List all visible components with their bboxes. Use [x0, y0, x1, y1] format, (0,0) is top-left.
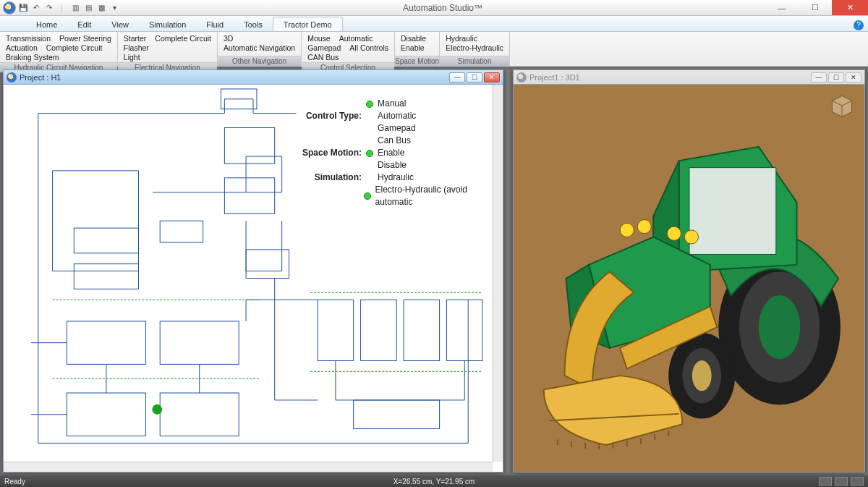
overlay-option-text[interactable]: Disable — [378, 159, 407, 171]
schematic-window-titlebar[interactable]: Project : H1 — ☐ ✕ — [4, 70, 503, 85]
workspace: Project : H1 — ☐ ✕ — [0, 67, 868, 475]
ribbon-item-flasher[interactable]: Flasher — [124, 43, 149, 52]
3d-window-titlebar[interactable]: Project1 : 3D1 — ☐ ✕ — [514, 70, 864, 85]
ribbon-item-transmission[interactable]: Transmission — [6, 34, 51, 43]
schematic-window-title: Project : H1 — [20, 73, 61, 82]
overlay-option-row: Space Motion:Enable — [293, 147, 503, 159]
ribbon-group-label: Simulation — [440, 56, 509, 66]
status-dot-active-icon[interactable] — [366, 150, 373, 157]
ribbon-tab-edit[interactable]: Edit — [67, 17, 101, 31]
ribbon-tab-view[interactable]: View — [101, 17, 139, 31]
svg-rect-11 — [318, 300, 354, 360]
ribbon-item-electro-hydraulic[interactable]: Electro-Hydraulic — [446, 43, 503, 52]
svg-rect-8 — [160, 321, 239, 364]
window-minimize-button[interactable]: — — [765, 0, 799, 15]
ribbon-item-hydraulic[interactable]: Hydraulic — [446, 34, 477, 43]
ribbon-tab-home[interactable]: Home — [26, 17, 67, 31]
ribbon-item-braking-system[interactable]: Braking System — [6, 53, 59, 62]
qat-dropdown-icon[interactable]: ▾ — [109, 2, 120, 14]
overlay-label: Control Type: — [293, 110, 362, 122]
overlay-option-text[interactable]: Enable — [378, 147, 404, 159]
overlay-option-text[interactable]: Hydraulic — [378, 171, 414, 184]
status-dot-empty[interactable] — [366, 137, 373, 145]
ribbon-item-all-controls[interactable]: All Controls — [349, 43, 388, 52]
mdi-close-button[interactable]: ✕ — [484, 72, 500, 82]
ribbon-item-gamepad[interactable]: Gamepad — [307, 43, 341, 52]
document-icon — [7, 72, 17, 82]
overlay-option-text[interactable]: Manual — [378, 98, 406, 110]
vertical-splitter[interactable] — [506, 69, 510, 473]
ribbon-item-starter[interactable]: Starter — [124, 34, 147, 43]
ribbon-tab-fluid[interactable]: Fluid — [196, 17, 234, 31]
statusbar-btn-2[interactable] — [835, 477, 848, 486]
status-dot-active-icon[interactable] — [364, 192, 371, 200]
statusbar-btn-1[interactable] — [819, 477, 832, 486]
control-overlay-panel: ManualControl Type:AutomaticGamepadCan B… — [293, 98, 503, 208]
statusbar-btn-3[interactable] — [851, 477, 864, 486]
ribbon-item-disable[interactable]: Disable — [401, 34, 426, 43]
mdi-close-button[interactable]: ✕ — [846, 72, 861, 82]
svg-point-23 — [667, 226, 681, 240]
qat-save-icon[interactable]: 💾 — [17, 2, 29, 14]
status-dot-empty[interactable] — [366, 162, 373, 169]
ribbon-item-enable[interactable]: Enable — [401, 43, 425, 52]
status-dot-active-icon[interactable] — [366, 101, 373, 108]
mdi-maximize-button[interactable]: ☐ — [467, 72, 482, 82]
svg-point-22 — [637, 219, 651, 233]
ribbon-group-control-selection: MouseAutomaticGamepadAll ControlsCAN Bus… — [302, 32, 395, 66]
overlay-option-row: Disable — [293, 159, 503, 171]
help-icon[interactable]: ? — [854, 20, 864, 30]
window-maximize-button[interactable]: ☐ — [799, 0, 832, 15]
status-dot-empty[interactable] — [366, 113, 373, 120]
qat-btn-3[interactable]: ▩ — [95, 2, 107, 14]
ribbon-item-automatic[interactable]: Automatic — [339, 34, 373, 43]
status-dot-empty[interactable] — [366, 125, 373, 132]
overlay-option-text[interactable]: Gamepad — [378, 122, 416, 135]
schematic-canvas[interactable]: ManualControl Type:AutomaticGamepadCan B… — [4, 85, 503, 472]
svg-rect-2 — [74, 264, 138, 289]
qat-undo-icon[interactable]: ↶ — [30, 2, 42, 14]
ribbon-group-label: Space Motion — [395, 56, 439, 66]
ribbon-item-complete-circuit[interactable]: Complete Circuit — [46, 43, 103, 52]
overlay-option-text[interactable]: Electro-Hydraulic (avoid automatic — [375, 184, 503, 208]
quick-access-toolbar: 💾 ↶ ↷ │ ▥ ▤ ▩ ▾ — [0, 1, 120, 14]
svg-rect-13 — [404, 300, 440, 360]
ribbon: TransmissionPower SteeringActuationCompl… — [0, 32, 868, 67]
mdi-minimize-button[interactable]: — — [449, 72, 465, 82]
ribbon-item-light[interactable]: Light — [124, 53, 140, 62]
qat-btn-2[interactable]: ▤ — [82, 2, 94, 14]
3d-viewport[interactable] — [514, 85, 864, 472]
schematic-vertical-scrollbar[interactable] — [493, 85, 503, 462]
ribbon-tab-simulation[interactable]: Simulation — [139, 17, 196, 31]
qat-btn-1[interactable]: ▥ — [69, 2, 81, 14]
ribbon-item-mouse[interactable]: Mouse — [307, 34, 331, 43]
document-icon — [516, 72, 527, 82]
ribbon-group-other-navigation: 3DAutomatic NavigationOther Navigation — [218, 32, 302, 66]
ribbon-item-power-steering[interactable]: Power Steering — [59, 34, 111, 43]
mdi-minimize-button[interactable]: — — [811, 72, 827, 82]
mdi-maximize-button[interactable]: ☐ — [828, 72, 844, 82]
3d-window: Project1 : 3D1 — ☐ ✕ — [513, 69, 865, 473]
ribbon-tab-tractor-demo[interactable]: Tractor Demo — [273, 17, 343, 31]
qat-sep: │ — [56, 2, 68, 14]
viewcube-icon[interactable] — [830, 93, 854, 118]
status-bar: Ready X=26.55 cm, Y=21.95 cm — [0, 475, 868, 487]
ribbon-item-complete-circuit[interactable]: Complete Circuit — [155, 34, 211, 43]
ribbon-group-space-motion: DisableEnableSpace Motion — [395, 32, 440, 66]
svg-rect-9 — [67, 393, 145, 436]
schematic-horizontal-scrollbar[interactable] — [4, 462, 493, 472]
window-close-button[interactable]: ✕ — [832, 0, 868, 15]
ribbon-item-3d[interactable]: 3D — [224, 34, 233, 43]
ribbon-tab-tools[interactable]: Tools — [234, 17, 273, 31]
svg-rect-3 — [224, 127, 274, 164]
app-icon[interactable] — [3, 1, 16, 14]
overlay-option-text[interactable]: Can Bus — [378, 135, 411, 147]
ribbon-item-can-bus[interactable]: CAN Bus — [307, 53, 339, 62]
qat-redo-icon[interactable]: ↷ — [43, 2, 55, 14]
ribbon-item-actuation[interactable]: Actuation — [6, 43, 38, 52]
svg-rect-12 — [361, 300, 397, 360]
overlay-option-text[interactable]: Automatic — [378, 110, 416, 122]
overlay-option-row: Gamepad — [293, 122, 503, 135]
ribbon-item-automatic-navigation[interactable]: Automatic Navigation — [224, 43, 295, 52]
status-dot-empty[interactable] — [366, 174, 373, 182]
